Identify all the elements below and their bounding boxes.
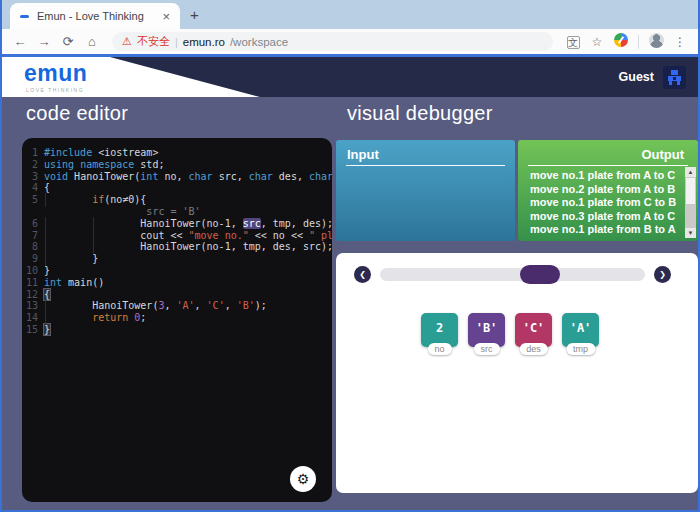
output-panel[interactable]: Output move no.1 plate from A to Cmove n… — [518, 140, 698, 241]
code-text: HanoiTower(no-1, tmp, des, src); — [44, 241, 332, 253]
user-box[interactable]: Guest — [619, 57, 686, 97]
step-next-button[interactable]: ❯ — [654, 266, 671, 283]
code-line[interactable]: 9 } — [22, 253, 332, 265]
code-line[interactable]: 11int main() — [22, 277, 332, 289]
code-token: if — [92, 194, 104, 205]
code-token — [92, 218, 140, 230]
security-warning-icon[interactable]: ⚠ — [122, 35, 132, 48]
code-token: HanoiTower( — [92, 300, 158, 311]
code-token: } — [44, 265, 50, 276]
code-text: return 0; — [44, 312, 146, 324]
page-content: emun LOVE THINKING Guest code editor vis… — [2, 57, 698, 510]
code-line[interactable]: 14 return 0; — [22, 312, 332, 324]
line-number — [22, 206, 44, 218]
tab-favicon-icon — [18, 10, 30, 22]
code-text: cout << "move no." << no << " plate from… — [44, 230, 332, 242]
variable-value: 'B' — [468, 313, 505, 343]
code-line[interactable]: 7 cout << "move no." << no << " plate fr… — [22, 230, 332, 242]
step-slider-row: ❮ ❯ — [336, 253, 698, 283]
address-bar[interactable]: ⚠ 不安全 | emun.ro/workspace — [112, 32, 553, 51]
output-line: move no.3 plate from A to C — [530, 210, 680, 224]
step-slider-track[interactable] — [380, 268, 645, 281]
code-line[interactable]: 6 HanoiTower(no-1, src, tmp, des); — [22, 218, 332, 230]
code-text: } — [44, 265, 50, 277]
output-label: Output — [518, 140, 698, 165]
code-line[interactable]: 13 HanoiTower(3, 'A', 'C', 'B'); — [22, 300, 332, 312]
translate-icon[interactable]: 文 — [567, 36, 580, 49]
code-token: , tmp, des); — [261, 218, 332, 229]
tab-title: Emun - Love Thinking — [37, 10, 153, 22]
code-token — [44, 194, 92, 206]
security-warning-text: 不安全 — [137, 34, 170, 49]
variable-label: tmp — [566, 343, 595, 355]
step-prev-button[interactable]: ❮ — [354, 266, 371, 283]
code-line[interactable]: 4{ — [22, 182, 332, 194]
user-avatar-icon[interactable] — [663, 66, 686, 89]
code-token — [44, 312, 92, 324]
code-text: using namespace std; — [44, 159, 164, 171]
code-token: cout << — [140, 230, 188, 241]
variable-card[interactable]: 'C'des — [515, 313, 552, 347]
code-line[interactable]: 2using namespace std; — [22, 159, 332, 171]
forward-icon[interactable]: → — [34, 34, 54, 49]
variable-card[interactable]: 'B'src — [468, 313, 505, 347]
line-number: 3 — [22, 171, 44, 183]
code-line[interactable]: 8 HanoiTower(no-1, tmp, des, src); — [22, 241, 332, 253]
code-line[interactable]: 5 if(no≠0){ — [22, 194, 332, 206]
code-line[interactable]: 3void HanoiTower(int no, char src, char … — [22, 171, 332, 183]
code-editor-panel[interactable]: 1#include <iostream>2using namespace std… — [22, 138, 332, 502]
output-scrollbar[interactable]: ▲ ▼ — [685, 167, 696, 238]
browser-profile-icon[interactable] — [649, 33, 664, 48]
code-token: { — [44, 289, 50, 300]
step-slider-thumb[interactable] — [520, 265, 560, 284]
input-panel[interactable]: Input — [336, 140, 515, 241]
extension-icon[interactable] — [614, 33, 628, 47]
code-token: (no≠0){ — [104, 194, 146, 205]
code-line[interactable]: 1#include <iostream> — [22, 147, 332, 159]
code-token: << no << — [249, 230, 309, 241]
code-token: int — [44, 277, 62, 288]
line-number: 9 — [22, 253, 44, 265]
line-number: 11 — [22, 277, 44, 289]
variable-card[interactable]: 'A'tmp — [562, 313, 599, 347]
input-label: Input — [336, 140, 515, 165]
code-token: <iostream> — [92, 147, 158, 158]
code-token: using — [44, 159, 74, 170]
code-line[interactable]: 15} — [22, 324, 332, 336]
new-tab-button[interactable]: + — [190, 6, 199, 23]
code-line[interactable]: 10} — [22, 265, 332, 277]
bookmark-star-icon[interactable]: ☆ — [587, 35, 607, 49]
variable-label: des — [519, 343, 548, 355]
code-editor-title: code editor — [26, 102, 128, 125]
scroll-down-icon[interactable]: ▼ — [685, 228, 696, 238]
code-token — [44, 253, 92, 265]
scrollbar-thumb[interactable] — [686, 178, 695, 204]
code-token: ; — [140, 312, 146, 323]
url-path: /workspace — [230, 36, 288, 48]
back-icon[interactable]: ← — [10, 34, 30, 49]
app-logo[interactable]: emun — [24, 60, 87, 87]
scroll-up-icon[interactable]: ▲ — [685, 167, 696, 177]
browser-tab[interactable]: Emun - Love Thinking × — [10, 3, 180, 29]
code-line[interactable]: src = 'B' — [22, 206, 332, 218]
reload-icon[interactable]: ⟳ — [58, 34, 78, 49]
visual-debugger-title: visual debugger — [347, 102, 493, 125]
code-token — [44, 206, 146, 217]
code-line[interactable]: 12{ — [22, 289, 332, 301]
editor-settings-button[interactable]: ⚙ — [290, 466, 316, 492]
output-line: move no.1 plate from B to A — [530, 223, 680, 237]
code-token: "move no." — [189, 230, 249, 241]
browser-menu-icon[interactable]: ⋮ — [670, 35, 690, 49]
browser-titlebar: Emun - Love Thinking × + — [2, 0, 698, 29]
tab-close-icon[interactable]: × — [160, 10, 172, 23]
line-number: 15 — [22, 324, 44, 336]
home-icon[interactable]: ⌂ — [82, 34, 102, 49]
code-lines: 1#include <iostream>2using namespace std… — [22, 147, 332, 336]
line-number: 2 — [22, 159, 44, 171]
code-token: HanoiTower( — [68, 171, 140, 182]
output-line: move no.1 plate from A to C — [530, 169, 680, 183]
gear-icon: ⚙ — [297, 472, 310, 486]
app-logo-tagline: LOVE THINKING — [26, 87, 84, 93]
omnibox-separator: | — [175, 36, 178, 48]
variable-card[interactable]: 2no — [421, 313, 458, 347]
